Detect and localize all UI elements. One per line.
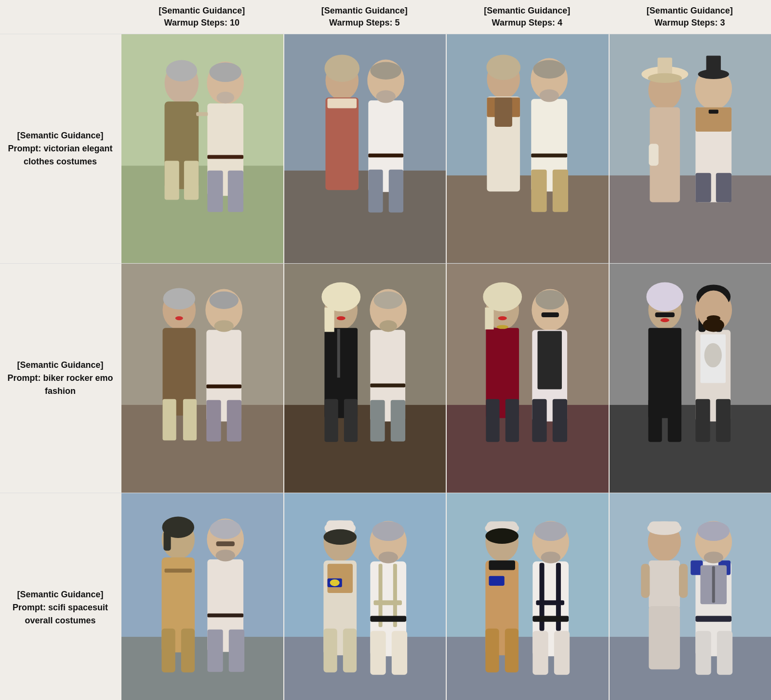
svg-rect-38 bbox=[553, 170, 568, 212]
svg-rect-27 bbox=[368, 154, 403, 158]
svg-rect-111 bbox=[648, 399, 662, 442]
svg-point-12 bbox=[209, 63, 241, 82]
svg-rect-10 bbox=[228, 171, 243, 212]
svg-rect-1 bbox=[121, 166, 283, 263]
svg-rect-114 bbox=[655, 312, 674, 317]
col-header-2: [Semantic Guidance] Warmup Steps: 5 bbox=[283, 5, 446, 29]
svg-point-70 bbox=[214, 320, 233, 332]
svg-point-125 bbox=[706, 315, 720, 321]
svg-rect-203 bbox=[695, 631, 711, 675]
svg-rect-162 bbox=[370, 631, 386, 675]
svg-rect-69 bbox=[227, 400, 241, 442]
svg-rect-23 bbox=[368, 170, 383, 213]
svg-rect-192 bbox=[649, 521, 680, 531]
image-biker-3 bbox=[446, 264, 609, 493]
svg-rect-105 bbox=[542, 312, 559, 317]
svg-point-49 bbox=[648, 73, 682, 83]
row-label-victorian: [Semantic Guidance] Prompt: victorian el… bbox=[0, 34, 120, 263]
photo-s4 bbox=[610, 493, 771, 700]
row-victorian: [Semantic Guidance] Prompt: victorian el… bbox=[0, 34, 771, 263]
photo-b4 bbox=[610, 264, 771, 493]
col-header-1: [Semantic Guidance] Warmup Steps: 10 bbox=[120, 5, 283, 29]
svg-rect-86 bbox=[390, 400, 405, 442]
svg-point-119 bbox=[704, 343, 721, 367]
svg-point-187 bbox=[541, 552, 560, 563]
svg-rect-194 bbox=[641, 564, 650, 598]
row-label-biker: [Semantic Guidance] Prompt: biker rocker… bbox=[0, 264, 120, 493]
svg-rect-19 bbox=[327, 99, 357, 108]
svg-point-142 bbox=[216, 550, 235, 561]
svg-rect-175 bbox=[505, 629, 518, 673]
svg-rect-163 bbox=[391, 631, 407, 675]
content-grid: [Semantic Guidance] Prompt: victorian el… bbox=[0, 34, 771, 700]
svg-point-64 bbox=[163, 288, 195, 310]
photo-v2 bbox=[284, 34, 446, 263]
image-scifi-2 bbox=[283, 493, 446, 700]
svg-point-6 bbox=[166, 60, 198, 81]
svg-rect-4 bbox=[164, 161, 179, 200]
svg-point-26 bbox=[370, 62, 401, 80]
svg-point-156 bbox=[330, 579, 339, 586]
svg-rect-9 bbox=[207, 171, 223, 212]
col-header-4: [Semantic Guidance] Warmup Steps: 3 bbox=[609, 5, 771, 29]
svg-point-98 bbox=[497, 325, 508, 329]
svg-rect-74 bbox=[284, 405, 446, 493]
svg-rect-77 bbox=[337, 329, 340, 377]
svg-rect-184 bbox=[554, 631, 570, 675]
row-biker: [Semantic Guidance] Prompt: biker rocker… bbox=[0, 263, 771, 493]
svg-rect-95 bbox=[505, 399, 519, 442]
svg-rect-202 bbox=[712, 566, 715, 603]
svg-rect-18 bbox=[325, 98, 359, 190]
svg-rect-127 bbox=[716, 399, 730, 442]
col-header-3: [Semantic Guidance] Warmup Steps: 4 bbox=[446, 5, 609, 29]
image-victorian-1 bbox=[120, 34, 283, 263]
svg-rect-108 bbox=[610, 405, 771, 493]
svg-rect-185 bbox=[532, 616, 569, 621]
image-scifi-4 bbox=[609, 493, 771, 700]
svg-rect-43 bbox=[610, 175, 771, 263]
image-victorian-2 bbox=[283, 34, 446, 263]
svg-rect-204 bbox=[717, 631, 732, 675]
svg-rect-85 bbox=[370, 400, 385, 442]
svg-rect-56 bbox=[716, 173, 731, 202]
image-victorian-4 bbox=[609, 34, 771, 263]
svg-point-80 bbox=[321, 282, 360, 311]
svg-point-154 bbox=[323, 529, 357, 544]
svg-rect-144 bbox=[216, 541, 235, 546]
svg-rect-205 bbox=[695, 616, 731, 621]
svg-rect-46 bbox=[657, 58, 672, 75]
svg-rect-140 bbox=[229, 630, 244, 672]
photo-s2 bbox=[284, 493, 446, 700]
svg-point-165 bbox=[372, 521, 404, 540]
photo-v3 bbox=[447, 34, 609, 263]
svg-point-96 bbox=[483, 282, 522, 311]
svg-rect-133 bbox=[161, 629, 175, 673]
svg-rect-136 bbox=[163, 531, 171, 551]
image-victorian-3 bbox=[446, 34, 609, 263]
svg-rect-173 bbox=[489, 560, 515, 570]
image-biker-1 bbox=[120, 264, 283, 493]
svg-point-115 bbox=[660, 318, 669, 322]
svg-rect-104 bbox=[553, 399, 567, 442]
image-scifi-1 bbox=[120, 493, 283, 700]
svg-point-207 bbox=[704, 552, 723, 563]
svg-rect-132 bbox=[164, 568, 192, 572]
svg-rect-161 bbox=[373, 600, 402, 605]
images-row-biker bbox=[120, 264, 771, 493]
svg-rect-5 bbox=[184, 161, 199, 200]
svg-rect-102 bbox=[537, 331, 561, 389]
svg-rect-189 bbox=[610, 637, 771, 700]
svg-rect-152 bbox=[323, 629, 337, 673]
svg-point-25 bbox=[376, 91, 395, 103]
svg-rect-103 bbox=[532, 399, 546, 442]
svg-rect-59 bbox=[121, 405, 283, 493]
svg-point-33 bbox=[486, 55, 520, 81]
svg-rect-48 bbox=[649, 144, 658, 166]
svg-rect-78 bbox=[324, 399, 338, 442]
svg-rect-153 bbox=[343, 629, 356, 673]
svg-point-99 bbox=[498, 316, 507, 320]
svg-rect-146 bbox=[284, 637, 446, 700]
svg-rect-63 bbox=[183, 399, 197, 441]
svg-rect-177 bbox=[489, 576, 504, 585]
svg-rect-13 bbox=[207, 155, 243, 159]
